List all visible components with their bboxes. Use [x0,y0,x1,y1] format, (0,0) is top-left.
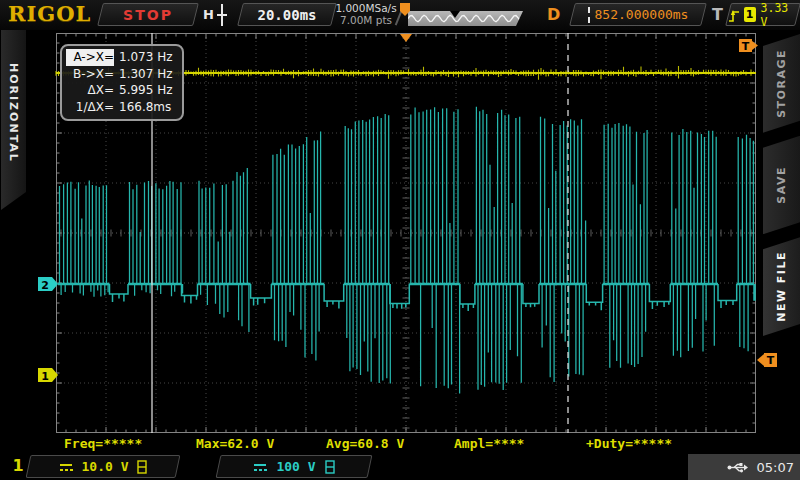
menu-tab-storage[interactable]: STORAGE [763,34,800,133]
delay-value: 852.000000ms [595,7,689,22]
trigger-settings-readout[interactable]: 1 3.33 V [728,3,798,26]
svg-text:2: 2 [41,279,49,292]
system-clock: 05:07 [757,460,794,475]
run-stop-indicator[interactable]: STOP [100,3,196,26]
menu-tab-new-file[interactable]: NEW FILE [763,237,800,336]
memory-depth: 7.00M pts [334,15,398,27]
trigger-label: T [712,5,723,24]
measurement-max[interactable]: Max=62.0 V [196,436,274,451]
ch2-status-box[interactable]: 100 V [218,455,370,478]
sample-rate: 1.000MSa/s [334,3,398,15]
trigger-position-flag-icon [400,3,411,17]
svg-text:1: 1 [41,370,49,383]
ch1-status-box[interactable]: 10.0 V [28,455,178,478]
h-position-icon [216,3,228,27]
measurement-freq[interactable]: Freq=***** [64,436,142,451]
menu-tab-label: NEW FILE [775,251,788,322]
trigger-position-triangle [400,34,412,42]
channel-status-bar: 1 10.0 V 2 [0,454,800,480]
measurement-duty[interactable]: +Duty=***** [586,436,672,451]
cursor-inv-dx-label: 1/ΔX= [66,99,114,116]
delay-label: D [547,5,560,24]
menu-tab-horizontal[interactable]: HORIZONTAL [1,30,26,210]
ch1-scale: 10.0 V [82,459,129,474]
display-window-notch-icon [450,11,460,18]
rigol-logo: RIGOL [8,1,91,26]
status-bar: RIGOL STOP H 20.00ms 1.000MSa/s 7.00M pt… [0,0,800,30]
ch1-ground-marker: 1 [38,368,58,383]
bandwidth-limit-icon [137,460,147,474]
cursor-inv-dx-value: 166.8ms [119,99,171,116]
menu-tab-label: HORIZONTAL [7,63,20,177]
bandwidth-limit-icon [325,460,335,474]
timebase-readout[interactable]: 20.00ms [240,3,334,26]
oscilloscope-screen: TT12 RIGOL STOP H 20.00ms 1.000MSa/s 7.0… [0,0,800,480]
cursor-ax-value: 1.073 Hz [119,49,173,66]
memory-waveform-icon [408,11,523,26]
ch2-ground-marker: 2 [38,277,58,292]
trigger-source-badge: 1 [744,7,756,22]
svg-text:T: T [742,40,750,53]
menu-tab-label: STORAGE [775,49,788,118]
ch2-number[interactable]: 2 [188,456,212,475]
cursor-ax-label: A->X= [66,49,114,66]
horizontal-label: H [203,7,214,22]
trigger-level-value: 3.33 V [761,1,798,29]
menu-tab-label: SAVE [775,166,788,204]
cursor-dx-label: ΔX= [66,82,114,99]
ch2-number-label: 2 [194,456,205,475]
measurement-avg[interactable]: Avg=60.8 V [326,436,404,451]
softkey-menu: STORAGE SAVE NEW FILE [763,34,800,336]
cursor-bx-value: 1.307 Hz [119,66,173,83]
ch2-scale: 100 V [276,459,315,474]
run-state-label: STOP [100,3,196,26]
memory-position-bar[interactable] [408,11,523,26]
usb-icon [727,461,749,474]
svg-text:T: T [767,354,775,367]
cursor-bx-label: B->X= [66,66,114,83]
delay-dashed-line-icon [588,7,590,23]
rising-edge-trigger-icon [728,7,739,23]
trigger-level-marker: T [757,353,777,367]
menu-tab-save[interactable]: SAVE [763,136,800,235]
cursor-dx-value: 5.995 Hz [119,82,173,99]
acquisition-info: 1.000MSa/s 7.00M pts [334,3,398,26]
cursor-readout-popup: A->X=1.073 Hz B->X=1.307 Hz ΔX=5.995 Hz … [60,44,184,121]
dc-coupling-icon [59,462,73,472]
trigger-delay-readout: 852.000000ms [572,3,704,26]
dc-coupling-icon [253,462,267,472]
timebase-value: 20.00ms [240,3,334,26]
system-time-panel: 05:07 [688,454,800,480]
measurement-ampl[interactable]: Ampl=**** [454,436,524,451]
